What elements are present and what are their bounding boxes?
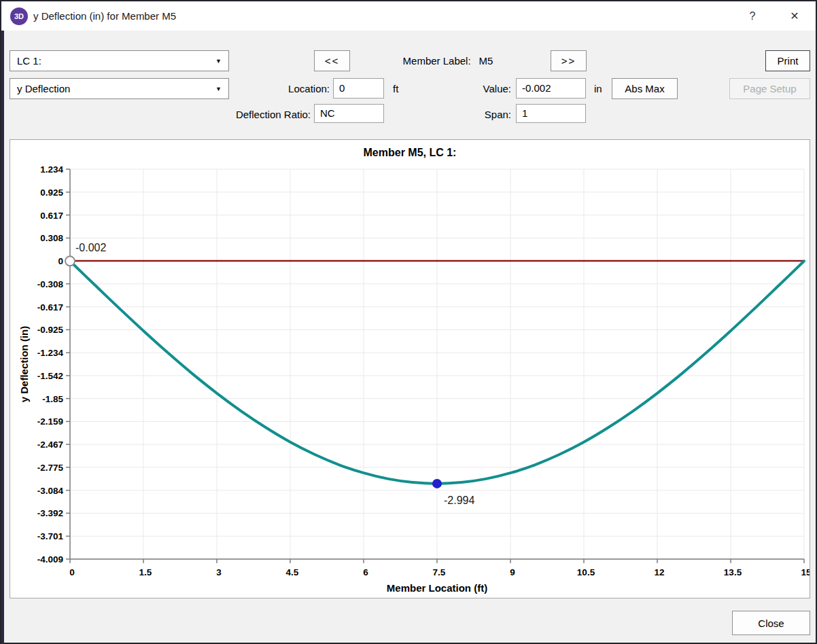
x-tick-label: 4.5 bbox=[286, 567, 299, 577]
value-input[interactable]: -0.002 bbox=[516, 78, 586, 99]
y-tick-label: 0.925 bbox=[40, 187, 63, 198]
chevron-down-icon: ▼ bbox=[215, 86, 222, 92]
y-tick-label: -0.308 bbox=[37, 279, 64, 289]
y-tick-label: 0 bbox=[58, 256, 63, 266]
x-tick-label: 12 bbox=[654, 567, 664, 577]
x-tick-label: 13.5 bbox=[724, 567, 742, 577]
member-label-value: M5 bbox=[479, 55, 493, 67]
parent-app-edge bbox=[1, 31, 4, 644]
y-tick-label: 1.234 bbox=[40, 164, 63, 175]
span-input[interactable]: 1 bbox=[516, 104, 586, 123]
y-tick-label: -1.85 bbox=[42, 394, 63, 404]
x-tick-label: 7.5 bbox=[433, 567, 446, 577]
load-combination-value: LC 1: bbox=[17, 55, 41, 67]
y-tick-label: -0.925 bbox=[37, 325, 64, 335]
y-tick-label: -2.467 bbox=[37, 440, 63, 450]
deflection-ratio-input[interactable]: NC bbox=[314, 104, 384, 123]
y-tick-label: -3.084 bbox=[37, 486, 64, 496]
y-tick-label: -2.775 bbox=[37, 463, 64, 473]
span-label: Span: bbox=[443, 109, 511, 120]
title-bar: 3D y Deflection (in) for Member M5 ? ✕ bbox=[1, 1, 816, 31]
chevron-down-icon: ▼ bbox=[215, 58, 222, 65]
help-button[interactable]: ? bbox=[731, 1, 773, 31]
close-button[interactable]: Close bbox=[732, 611, 810, 635]
deflection-plot: 1.2340.9250.6170.3080-0.308-0.617-0.925-… bbox=[10, 140, 810, 598]
load-combination-dropdown[interactable]: LC 1: ▼ bbox=[10, 50, 229, 71]
y-tick-label: -2.159 bbox=[37, 416, 63, 427]
previous-member-button[interactable]: << bbox=[314, 50, 350, 71]
y-tick-label: -1.234 bbox=[37, 348, 64, 358]
app-3d-icon: 3D bbox=[10, 7, 28, 25]
member-label-caption: Member Label: bbox=[403, 55, 471, 67]
x-axis-title: Member Location (ft) bbox=[387, 582, 487, 594]
abs-max-button[interactable]: Abs Max bbox=[612, 78, 678, 99]
x-tick-label: 15 bbox=[801, 567, 810, 577]
deflection-chart: 1.2340.9250.6170.3080-0.308-0.617-0.925-… bbox=[10, 139, 810, 598]
x-tick-label: 3 bbox=[216, 567, 222, 577]
x-tick-label: 6 bbox=[363, 567, 368, 577]
plot-type-dropdown[interactable]: y Deflection ▼ bbox=[10, 78, 229, 99]
x-tick-label: 9 bbox=[510, 567, 515, 577]
value-label: Value: bbox=[443, 83, 511, 94]
deflection-dialog: 3D y Deflection (in) for Member M5 ? ✕ L… bbox=[0, 0, 817, 644]
x-tick-label: 0 bbox=[69, 567, 75, 577]
current-location-marker[interactable] bbox=[65, 256, 75, 266]
close-icon[interactable]: ✕ bbox=[773, 1, 816, 31]
point-value-label: -2.994 bbox=[444, 495, 474, 506]
plot-type-value: y Deflection bbox=[17, 83, 70, 94]
location-unit-label: ft bbox=[393, 83, 420, 94]
window-title: y Deflection (in) for Member M5 bbox=[33, 10, 176, 22]
y-tick-label: 0.308 bbox=[40, 233, 63, 243]
y-tick-label: -3.392 bbox=[37, 508, 63, 518]
y-tick-label: -3.701 bbox=[37, 531, 64, 541]
y-tick-label: -1.542 bbox=[37, 371, 63, 381]
x-tick-label: 10.5 bbox=[577, 567, 595, 577]
max-deflection-marker[interactable] bbox=[432, 479, 442, 488]
y-tick-label: 0.617 bbox=[40, 211, 63, 221]
next-member-button[interactable]: >> bbox=[551, 50, 587, 71]
x-tick-label: 1.5 bbox=[139, 567, 152, 577]
y-tick-label: -4.009 bbox=[37, 554, 63, 565]
y-tick-label: -0.617 bbox=[37, 302, 63, 312]
y-axis-title: y Deflection (in) bbox=[18, 326, 30, 403]
location-input[interactable]: 0 bbox=[333, 78, 384, 99]
deflection-ratio-label: Deflection Ratio: bbox=[209, 109, 311, 120]
location-label: Location: bbox=[248, 83, 330, 94]
chart-title: Member M5, LC 1: bbox=[10, 147, 810, 159]
point-value-label: -0.002 bbox=[75, 242, 106, 253]
print-button[interactable]: Print bbox=[765, 50, 810, 71]
page-setup-button[interactable]: Page Setup bbox=[729, 78, 810, 99]
